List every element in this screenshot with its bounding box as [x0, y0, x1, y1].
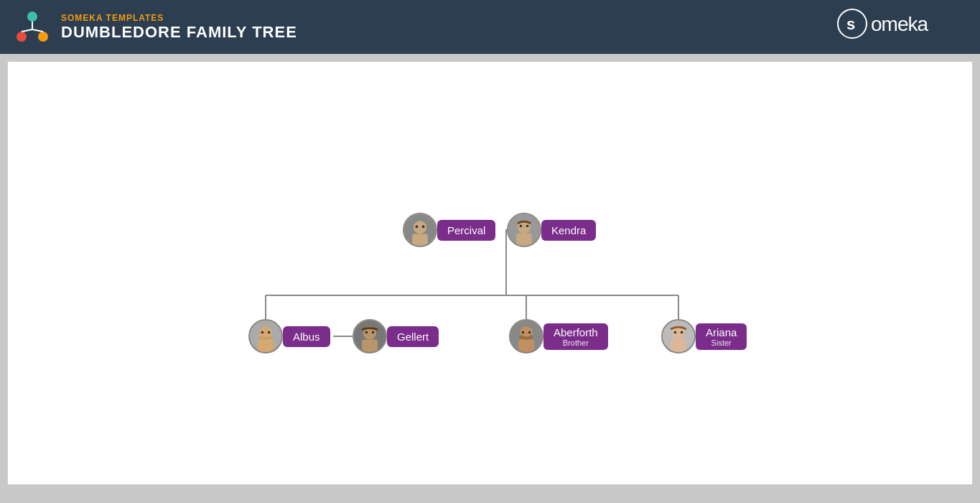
avatar-kendra	[507, 213, 541, 247]
svg-point-46	[681, 331, 683, 334]
label-gellert: Gellert	[387, 326, 439, 347]
svg-point-45	[674, 331, 677, 334]
svg-point-18	[414, 221, 426, 234]
svg-rect-19	[412, 234, 428, 246]
app-logo-icon	[14, 9, 50, 45]
svg-rect-44	[671, 340, 686, 352]
someka-logo: s omeka	[836, 8, 966, 47]
svg-point-36	[372, 331, 375, 334]
tree-connections-svg	[8, 62, 972, 484]
svg-rect-24	[516, 234, 532, 246]
svg-point-1	[17, 32, 27, 42]
avatar-percival	[403, 213, 437, 247]
svg-point-40	[522, 331, 525, 334]
avatar-ariana	[661, 319, 696, 354]
main-content: Percival Kendra Albus Gellert AberforthB…	[7, 61, 973, 485]
person-node-aberforth[interactable]: AberforthBrother	[509, 319, 608, 354]
person-node-albus[interactable]: Albus	[248, 319, 330, 354]
label-ariana: ArianaSister	[696, 323, 747, 350]
person-node-ariana[interactable]: ArianaSister	[661, 319, 747, 354]
svg-point-31	[268, 331, 271, 334]
label-aberforth: AberforthBrother	[543, 323, 608, 350]
svg-point-30	[261, 331, 264, 334]
svg-rect-39	[518, 340, 534, 352]
subtitle-aberforth: Brother	[554, 338, 598, 347]
person-node-gellert[interactable]: Gellert	[353, 319, 439, 354]
avatar-gellert	[353, 319, 387, 354]
app-header: SOMEKA TEMPLATES DUMBLEDORE FAMILY TREE …	[0, 0, 980, 54]
svg-rect-34	[362, 340, 378, 352]
header-titles: SOMEKA TEMPLATES DUMBLEDORE FAMILY TREE	[61, 13, 297, 42]
name-aberforth: Aberforth	[554, 326, 598, 338]
label-albus: Albus	[283, 326, 330, 347]
person-node-percival[interactable]: Percival	[403, 213, 495, 247]
svg-point-35	[365, 331, 368, 334]
person-node-kendra[interactable]: Kendra	[507, 213, 596, 247]
subtitle-ariana: Sister	[706, 338, 737, 347]
svg-point-25	[520, 225, 523, 228]
svg-rect-29	[258, 340, 274, 352]
svg-line-4	[22, 29, 32, 32]
svg-text:s: s	[846, 15, 855, 33]
svg-text:omeka: omeka	[871, 13, 928, 35]
svg-line-5	[32, 29, 43, 32]
page-title: DUMBLEDORE FAMILY TREE	[61, 23, 297, 42]
name-ariana: Ariana	[706, 326, 737, 338]
header-left: SOMEKA TEMPLATES DUMBLEDORE FAMILY TREE	[14, 9, 297, 45]
svg-point-2	[38, 32, 48, 42]
svg-point-20	[416, 226, 419, 229]
avatar-aberforth	[509, 319, 543, 354]
svg-point-41	[528, 331, 531, 334]
label-kendra: Kendra	[541, 220, 596, 241]
svg-point-26	[526, 225, 529, 228]
avatar-albus	[248, 319, 283, 354]
svg-point-21	[422, 226, 425, 229]
label-percival: Percival	[437, 220, 495, 241]
brand-name: SOMEKA TEMPLATES	[61, 13, 297, 23]
svg-point-0	[27, 11, 37, 22]
